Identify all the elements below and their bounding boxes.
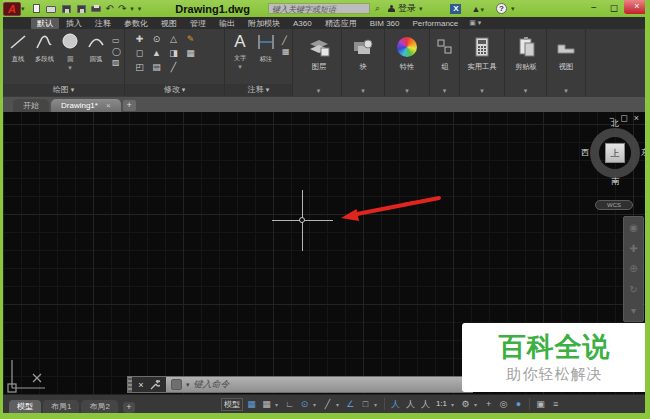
ribbon-cycle-button[interactable]: ▣ [469,19,481,27]
tool-arc[interactable]: 圆弧 [84,32,108,72]
panel-clipboard[interactable]: 剪贴板 [505,29,547,96]
clean-screen-toggle[interactable]: ● [512,398,525,411]
table-icon[interactable]: ▦ [282,47,290,56]
sign-in-button[interactable]: 登录 [388,2,423,15]
scale-icon[interactable]: ▤ [148,61,165,75]
move-icon[interactable]: ✚ [131,33,148,47]
viewcube-west[interactable]: 西 [581,149,589,157]
grid-toggle[interactable]: ▦ [245,398,258,411]
polar-tracking-toggle[interactable]: ⊙ [298,398,311,411]
clipboard-panel-caret-icon[interactable] [505,87,546,95]
ortho-toggle[interactable]: ∟ [283,398,296,411]
open-file-icon[interactable] [46,4,57,14]
viewcube-top-face[interactable]: 上 [605,143,625,163]
rectangle-icon[interactable]: ▭ [112,36,121,45]
minimize-button[interactable]: − [584,1,604,14]
panel-properties[interactable]: 特性 [385,29,430,96]
pan-icon[interactable]: ✚ [629,243,637,254]
restore-button[interactable]: ◻ [604,1,624,14]
navigation-wheel-icon[interactable]: ◉ [629,222,638,233]
customize-plus-button[interactable]: + [482,398,495,411]
trim-icon[interactable]: △ [165,33,182,47]
workspace-switch[interactable]: ⚙ [459,398,472,411]
drawing-canvas[interactable]: − ◻ × 北 南 西 东 上 WCS ◉ ✚ ⊕ ↻ ▾ [3,112,647,395]
tool-line[interactable]: 直线 [6,32,30,72]
mirror-icon[interactable]: ▲ [148,47,165,61]
object-snap-tracking-toggle[interactable]: ∠ [344,398,357,411]
group-panel-caret-icon[interactable] [430,87,459,95]
ribbon-tab-performance[interactable]: Performance [406,18,464,29]
file-tab-close-icon[interactable]: × [106,99,111,112]
panel-utilities[interactable]: 实用工具 [460,29,505,96]
leader-icon[interactable]: ╱ [282,36,290,45]
utilities-panel-caret-icon[interactable] [460,87,504,95]
isodraft-toggle[interactable]: ╱ [321,398,334,411]
scale-caret-icon[interactable] [451,401,457,408]
navbar-more-icon[interactable]: ▾ [631,305,636,316]
layers-panel-caret-icon[interactable] [296,87,341,95]
layout-tab-model[interactable]: 模型 [9,400,41,413]
command-line-bar[interactable]: × 键入命令 [127,376,473,393]
object-snap-caret-icon[interactable] [374,401,380,408]
layout-tab-layout2[interactable]: 布局2 [81,400,117,413]
panel-label-annotate[interactable]: 注释 [225,84,292,96]
tool-polyline[interactable]: 多段线 [32,32,56,72]
zoom-extents-icon[interactable]: ⊕ [629,263,637,274]
performance-monitor-button[interactable]: ▣ [534,398,547,411]
tool-dimension[interactable]: 标注 [254,32,278,71]
circle-flyout-caret-icon[interactable] [68,64,72,72]
customization-menu-button[interactable]: ≡ [549,398,562,411]
viewcube-north[interactable]: 北 [611,120,619,128]
stretch-icon[interactable]: ◰ [131,61,148,75]
drawing-close-icon[interactable]: × [634,113,639,123]
file-tab-drawing1[interactable]: Drawing1* × [51,99,121,112]
app-menu-caret-icon[interactable] [21,5,25,13]
ribbon-tab-bim360[interactable]: BIM 360 [364,18,406,29]
help-caret-icon[interactable] [511,5,515,13]
save-icon[interactable] [61,4,72,14]
tool-text[interactable]: A 文字 [228,32,252,71]
view-panel-caret-icon[interactable] [547,87,585,95]
new-drawing-tab-button[interactable]: + [123,100,136,111]
drawing-restore-icon[interactable]: ◻ [620,113,627,123]
file-tab-start[interactable]: 开始 [13,99,49,112]
communication-center-icon[interactable]: ▲ [471,4,483,14]
orbit-icon[interactable]: ↻ [629,284,637,295]
new-file-icon[interactable] [31,4,42,14]
hatch-icon[interactable]: ▨ [112,58,121,67]
exchange-apps-icon[interactable]: X [450,4,461,14]
snap-caret-icon[interactable] [275,401,281,408]
copy-icon[interactable]: ◻ [131,47,148,61]
command-input[interactable]: 键入命令 [166,377,472,392]
annotation-scale-value[interactable]: 1:1 [434,398,449,411]
isolate-objects-toggle[interactable]: ◎ [497,398,510,411]
fillet-icon[interactable]: ◨ [165,47,182,61]
tool-circle[interactable]: 圆 [58,32,82,72]
ribbon-tab-output[interactable]: 输出 [213,18,241,29]
wcs-button[interactable]: WCS [595,200,633,210]
panel-layers[interactable]: 图层 [296,29,342,96]
autocad-logo[interactable]: A [3,2,21,16]
annotation-scale-toggle[interactable]: 人 [419,398,432,411]
panel-label-modify[interactable]: 修改 [125,84,224,96]
redo-caret-icon[interactable] [130,5,134,13]
search-binoculars-icon[interactable]: ⌕ [375,3,380,14]
array-icon[interactable]: ╱ [165,61,182,75]
model-space-button[interactable]: 模型 [221,398,243,411]
redo-icon[interactable]: ↷ [118,4,126,14]
add-layout-button[interactable]: + [123,402,135,413]
autoscale-toggle[interactable]: 人 [404,398,417,411]
ribbon-tab-manage[interactable]: 管理 [184,18,212,29]
command-close-icon[interactable]: × [138,380,143,390]
ribbon-tab-home[interactable]: 默认 [31,18,59,29]
recent-commands-caret-icon[interactable] [186,381,190,389]
ribbon-tab-addins[interactable]: 附加模块 [242,18,286,29]
measure-icon[interactable]: ✎ [182,33,199,47]
panel-block[interactable]: 块 [342,29,385,96]
viewcube[interactable]: 北 南 西 东 上 [586,124,644,182]
ribbon-tab-annotate[interactable]: 注释 [89,18,117,29]
block-panel-caret-icon[interactable] [342,87,384,95]
polar-caret-icon[interactable] [313,401,319,408]
explode-icon[interactable]: ▦ [182,47,199,61]
isodraft-caret-icon[interactable] [336,401,342,408]
